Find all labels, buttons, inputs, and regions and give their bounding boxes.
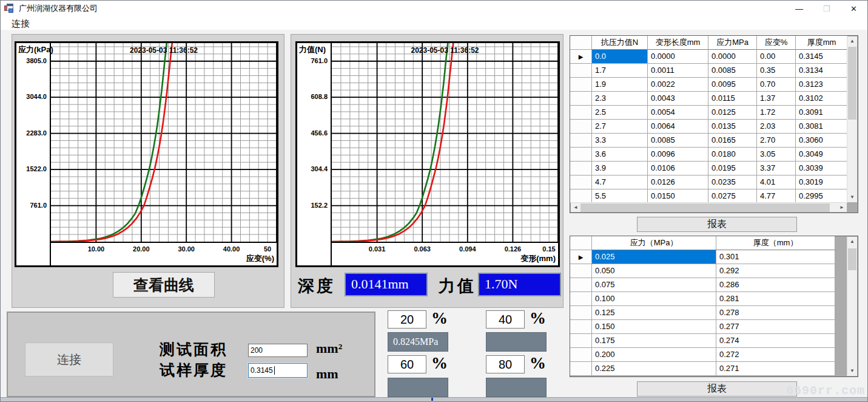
- table-cell[interactable]: 0.3102: [796, 92, 848, 106]
- table-cell[interactable]: 0.0150: [648, 189, 708, 203]
- column-header[interactable]: 厚度mm: [796, 36, 848, 50]
- table-cell[interactable]: 0.225: [592, 362, 716, 376]
- percent-input-60[interactable]: [388, 355, 426, 373]
- table-cell[interactable]: 0.0165: [708, 134, 757, 148]
- percent-input-20[interactable]: [388, 310, 426, 329]
- row-selector[interactable]: ▶: [570, 250, 592, 264]
- report-button-top[interactable]: 报表: [637, 217, 797, 232]
- row-selector[interactable]: [570, 306, 592, 320]
- table-cell[interactable]: 0.0095: [708, 78, 757, 92]
- row-selector[interactable]: [570, 320, 592, 334]
- scroll-up-icon[interactable]: ▲: [847, 237, 857, 247]
- table-cell[interactable]: 4.7: [592, 175, 648, 189]
- connect-button[interactable]: 连接: [25, 342, 113, 376]
- table-cell[interactable]: 0.272: [716, 348, 835, 362]
- table-cell[interactable]: 0.301: [716, 250, 835, 264]
- table-cell[interactable]: 0.0126: [648, 175, 708, 189]
- test-area-input[interactable]: [248, 344, 308, 357]
- table-cell[interactable]: 0.0195: [708, 162, 757, 175]
- table-cell[interactable]: 0.050: [592, 264, 716, 278]
- minimize-button[interactable]: —: [786, 1, 813, 16]
- scroll-down-icon[interactable]: ▼: [847, 366, 857, 376]
- percent-input-40[interactable]: [486, 310, 525, 329]
- table-cell[interactable]: 0.0125: [708, 106, 757, 120]
- table-cell[interactable]: 0.0022: [648, 78, 708, 92]
- row-selector[interactable]: [570, 278, 592, 292]
- row-selector[interactable]: [570, 162, 592, 175]
- table-cell[interactable]: 3.3: [592, 134, 648, 148]
- thickness-input[interactable]: [248, 363, 308, 378]
- table-cell[interactable]: 2.70: [757, 134, 796, 148]
- table-cell[interactable]: 0.0180: [708, 148, 757, 162]
- close-button[interactable]: ✕: [840, 1, 867, 16]
- table-cell[interactable]: 0.0064: [648, 120, 708, 134]
- table-cell[interactable]: 2.7: [592, 120, 648, 134]
- row-selector[interactable]: [570, 78, 592, 92]
- menu-connect[interactable]: 连接: [7, 17, 35, 31]
- table-cell[interactable]: 0.0085: [708, 64, 757, 78]
- table-cell[interactable]: 2.5: [592, 106, 648, 120]
- table-cell[interactable]: 4.77: [757, 189, 796, 203]
- table-cell[interactable]: 0.0135: [708, 120, 757, 134]
- table-cell[interactable]: 0.3049: [796, 148, 848, 162]
- table-cell[interactable]: 0.0235: [708, 175, 757, 189]
- row-selector[interactable]: [570, 362, 592, 376]
- row-selector[interactable]: [570, 120, 592, 134]
- table-cell[interactable]: 0.00: [757, 50, 796, 64]
- table-cell[interactable]: 0.274: [716, 334, 835, 348]
- view-curve-button[interactable]: 查看曲线: [113, 272, 215, 298]
- table-cell[interactable]: 0.0275: [708, 189, 757, 203]
- column-header[interactable]: 厚度（mm）: [716, 236, 835, 250]
- column-header[interactable]: 应力MPa: [708, 36, 757, 50]
- column-header[interactable]: 变形长度mm: [648, 36, 708, 50]
- table-cell[interactable]: 0.0054: [648, 106, 708, 120]
- table-cell[interactable]: 0.0000: [708, 50, 757, 64]
- vertical-scrollbar[interactable]: ▲ ▼: [847, 237, 857, 376]
- table-cell[interactable]: 0.2995: [796, 189, 848, 203]
- table-cell[interactable]: 0.025: [592, 250, 716, 264]
- table-cell[interactable]: 0.0085: [648, 134, 708, 148]
- table-cell[interactable]: 1.72: [757, 106, 796, 120]
- table-cell[interactable]: 1.7: [592, 64, 648, 78]
- table-cell[interactable]: 1.37: [757, 92, 796, 106]
- table-cell[interactable]: 0.70: [757, 78, 796, 92]
- horizontal-scrollbar[interactable]: ◄ ►: [571, 202, 847, 212]
- column-header[interactable]: 应力（MPa）: [592, 236, 716, 250]
- table-cell[interactable]: 0.075: [592, 278, 716, 292]
- row-selector[interactable]: [570, 189, 592, 203]
- table-cell[interactable]: 3.6: [592, 148, 648, 162]
- report-button-bottom[interactable]: 报表: [637, 381, 797, 397]
- scrollbar-thumb[interactable]: [848, 47, 856, 120]
- table-cell[interactable]: 5.5: [592, 189, 648, 203]
- scrollbar-thumb[interactable]: [848, 248, 856, 270]
- table-cell[interactable]: 3.05: [757, 148, 796, 162]
- table-cell[interactable]: 0.0096: [648, 148, 708, 162]
- column-header[interactable]: 应变%: [757, 36, 796, 50]
- table-cell[interactable]: 0.0106: [648, 162, 708, 175]
- table-cell[interactable]: 2.3: [592, 92, 648, 106]
- table-cell[interactable]: 3.9: [592, 162, 648, 175]
- row-selector[interactable]: [570, 264, 592, 278]
- scroll-left-icon[interactable]: ◄: [571, 203, 580, 213]
- table-cell[interactable]: 0.3081: [796, 120, 848, 134]
- table-cell[interactable]: 0.0: [592, 50, 648, 64]
- table-cell[interactable]: 0.277: [716, 320, 835, 334]
- table-cell[interactable]: 0.0000: [648, 50, 708, 64]
- scroll-right-icon[interactable]: ►: [837, 203, 847, 213]
- row-selector[interactable]: [570, 292, 592, 306]
- table-cell[interactable]: 0.3145: [796, 50, 848, 64]
- row-selector[interactable]: [570, 175, 592, 189]
- vertical-scrollbar[interactable]: ▲ ▼: [847, 36, 857, 202]
- row-selector[interactable]: [570, 334, 592, 348]
- table-cell[interactable]: 0.100: [592, 292, 716, 306]
- table-cell[interactable]: 0.281: [716, 292, 835, 306]
- table-cell[interactable]: 0.286: [716, 278, 835, 292]
- table-cell[interactable]: 4.01: [757, 175, 796, 189]
- row-selector[interactable]: [570, 92, 592, 106]
- row-selector[interactable]: [570, 106, 592, 120]
- table-cell[interactable]: 0.271: [716, 362, 835, 376]
- scrollbar-thumb[interactable]: [580, 203, 830, 212]
- table-cell[interactable]: 0.125: [592, 306, 716, 320]
- table-cell[interactable]: 0.150: [592, 320, 716, 334]
- scroll-down-icon[interactable]: ▼: [847, 192, 857, 202]
